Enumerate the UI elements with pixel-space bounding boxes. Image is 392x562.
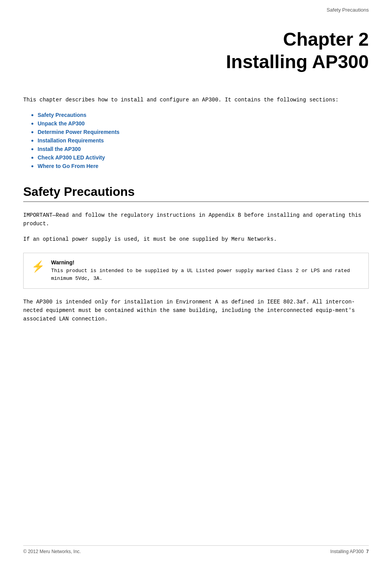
toc-item[interactable]: Install the AP300	[31, 146, 369, 152]
warning-text: This product is intended to be supplied …	[51, 267, 361, 282]
toc-list: Safety Precautions Unpack the AP300 Dete…	[31, 112, 369, 169]
page-header: Safety Precautions	[23, 0, 369, 17]
toc-item[interactable]: Installation Requirements	[31, 137, 369, 144]
toc-item[interactable]: Unpack the AP300	[31, 120, 369, 127]
footer-left: © 2012 Meru Networks, Inc.	[23, 549, 81, 554]
header-text: Safety Precautions	[327, 7, 369, 13]
warning-box: ⚡ Warning! This product is intended to b…	[23, 253, 369, 289]
page-number: 7	[366, 549, 369, 554]
section-heading: Safety Precautions	[23, 185, 369, 199]
body-paragraph3: The AP300 is intended only for installat…	[23, 298, 369, 323]
chapter-heading: Chapter 2 Installing AP300	[23, 28, 369, 73]
toc-item[interactable]: Where to Go From Here	[31, 163, 369, 169]
warning-content: Warning! This product is intended to be …	[51, 259, 361, 282]
toc-item[interactable]: Safety Precautions	[31, 112, 369, 118]
page: Safety Precautions Chapter 2 Installing …	[0, 0, 392, 562]
warning-icon: ⚡	[31, 260, 45, 273]
chapter-line1: Chapter 2	[283, 29, 369, 50]
warning-label: Warning!	[51, 259, 361, 266]
section-divider	[23, 201, 369, 202]
body-paragraph1: IMPORTANT—Read and follow the regulatory…	[23, 211, 369, 228]
page-footer: © 2012 Meru Networks, Inc. Installing AP…	[23, 545, 369, 554]
toc-item[interactable]: Determine Power Requirements	[31, 129, 369, 135]
toc-item[interactable]: Check AP300 LED Activity	[31, 154, 369, 161]
intro-paragraph: This chapter describes how to install an…	[23, 96, 369, 104]
footer-right: Installing AP300 7	[330, 549, 369, 554]
body-paragraph2: If an optional power supply is used, it …	[23, 235, 369, 244]
chapter-title: Chapter 2 Installing AP300	[23, 28, 369, 73]
chapter-line2: Installing AP300	[226, 51, 369, 72]
